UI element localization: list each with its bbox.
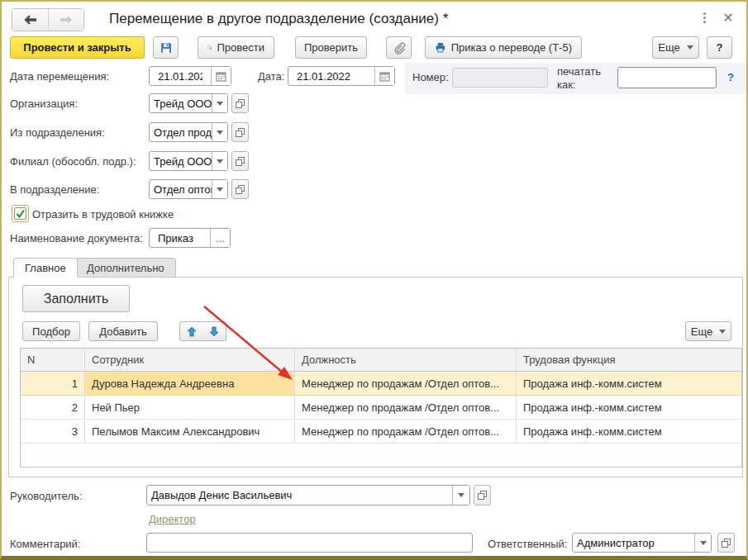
chevron-down-icon: [719, 330, 726, 334]
move-date-input[interactable]: [154, 67, 207, 85]
manager-value[interactable]: Давыдов Денис Васильевич: [147, 486, 452, 505]
cell-employee[interactable]: Ней Пьер: [85, 396, 295, 419]
doc-name-more-button[interactable]: ...: [210, 229, 230, 247]
organization-value[interactable]: Трейд ООО: [150, 94, 212, 112]
open-form-icon: [235, 98, 245, 109]
table-row[interactable]: 1 Дурова Надежда Андреевна Менеджер по п…: [21, 372, 741, 396]
responsible-open-button[interactable]: [717, 533, 735, 553]
help-label: ?: [717, 41, 723, 54]
from-department-label: Из подразделения:: [10, 126, 105, 139]
cell-function[interactable]: Продажа инф.-комм.систем: [517, 420, 741, 443]
responsible-dropdown-button[interactable]: [694, 534, 711, 552]
organization-label: Организация:: [10, 97, 78, 110]
col-header-employee: Сотрудник: [85, 349, 295, 371]
post-button[interactable]: Провести: [198, 36, 274, 59]
add-button[interactable]: Добавить: [88, 321, 158, 341]
pick-button[interactable]: Подбор: [22, 321, 80, 341]
more-menu-icon[interactable]: [698, 12, 710, 26]
forward-button[interactable]: [48, 9, 83, 31]
arrow-down-icon: [209, 326, 219, 337]
comment-label: Комментарий:: [10, 538, 81, 550]
print-as-input[interactable]: [622, 68, 712, 88]
from-department-dropdown-button[interactable]: [212, 123, 227, 141]
doc-name-label: Наименование документа:: [10, 232, 143, 244]
comment-field: [146, 533, 473, 553]
back-arrow-icon: [23, 14, 38, 26]
from-department-value[interactable]: Отдел прода: [150, 123, 212, 141]
branch-open-button[interactable]: [231, 151, 249, 171]
cell-function[interactable]: Продажа инф.-комм.систем: [517, 372, 741, 395]
post-document-icon: [207, 41, 212, 55]
nav-button-group: [12, 8, 84, 31]
cell-function[interactable]: Продажа инф.-комм.систем: [517, 396, 741, 419]
branch-label: Филиал (обособл. подр.):: [10, 155, 136, 168]
cell-employee[interactable]: Дурова Надежда Андреевна: [85, 372, 295, 395]
to-department-dropdown-button[interactable]: [212, 180, 227, 198]
print-as-help-link[interactable]: ?: [727, 71, 734, 83]
cell-n[interactable]: 1: [21, 372, 85, 395]
labor-book-checkbox[interactable]: [12, 205, 29, 222]
close-icon[interactable]: ✕: [720, 10, 736, 26]
tab-additional[interactable]: Дополнительно: [75, 258, 176, 278]
cell-n[interactable]: 3: [21, 420, 85, 443]
calendar-icon: [379, 71, 390, 82]
document-window: Перемещение в другое подразделение (созд…: [0, 0, 748, 560]
tab-additional-label: Дополнительно: [87, 262, 164, 274]
move-date-calendar-button[interactable]: [211, 67, 231, 85]
post-and-close-button[interactable]: Провести и закрыть: [10, 36, 145, 59]
move-up-button[interactable]: [179, 321, 203, 341]
paperclip-icon: [393, 41, 406, 55]
manager-field: Давыдов Денис Васильевич: [146, 485, 470, 505]
responsible-field: Администратор: [572, 533, 712, 553]
from-department-open-button[interactable]: [231, 122, 249, 142]
organization-field: Трейд ООО: [149, 93, 228, 113]
date-calendar-button[interactable]: [374, 67, 394, 85]
branch-dropdown-button[interactable]: [212, 152, 227, 170]
tab-main-label: Главное: [25, 262, 66, 274]
move-date-field: [149, 66, 231, 86]
responsible-value[interactable]: Администратор: [573, 534, 694, 552]
number-input: [452, 68, 548, 88]
page-title: Перемещение в другое подразделение (созд…: [109, 11, 448, 27]
comment-input[interactable]: [151, 534, 468, 552]
position-link[interactable]: Директор: [149, 513, 196, 525]
to-department-value[interactable]: Отдел оптов: [150, 180, 212, 198]
doc-name-input[interactable]: [154, 229, 206, 247]
cell-employee[interactable]: Пелымов Максим Александрович: [85, 420, 295, 443]
move-down-button[interactable]: [202, 321, 226, 341]
cell-position[interactable]: Менеджер по продажам /Отдел оптов...: [295, 420, 517, 443]
help-button[interactable]: ?: [707, 36, 732, 59]
table-row[interactable]: 2 Ней Пьер Менеджер по продажам /Отдел о…: [21, 396, 741, 420]
save-button[interactable]: [153, 36, 179, 59]
branch-value[interactable]: Трейд ООО: [150, 152, 212, 170]
organization-open-button[interactable]: [231, 93, 249, 113]
to-department-open-button[interactable]: [231, 179, 249, 199]
checkbox-box: [14, 207, 26, 220]
print-as-field: [617, 67, 717, 88]
table-more-button[interactable]: Еще: [685, 321, 731, 341]
attachments-button[interactable]: [386, 36, 412, 59]
date-input[interactable]: [293, 67, 370, 85]
add-label: Добавить: [99, 325, 146, 338]
manager-open-button[interactable]: [474, 485, 491, 505]
calendar-icon: [216, 71, 226, 82]
manager-dropdown-button[interactable]: [452, 486, 469, 505]
tab-main[interactable]: Главное: [13, 258, 78, 278]
date-field: [288, 66, 395, 86]
cell-position[interactable]: Менеджер по продажам /Отдел оптов...: [295, 396, 517, 419]
open-form-icon: [477, 490, 488, 501]
to-department-field: Отдел оптов: [149, 179, 228, 199]
transfer-order-button[interactable]: Приказ о переводе (Т-5): [425, 36, 582, 59]
toolbar-more-label: Еще: [658, 41, 679, 54]
table-row[interactable]: 3 Пелымов Максим Александрович Менеджер …: [21, 420, 741, 444]
open-form-icon: [235, 127, 245, 138]
organization-dropdown-button[interactable]: [212, 94, 227, 112]
cell-n[interactable]: 2: [21, 396, 85, 419]
back-button[interactable]: [12, 9, 48, 31]
check-button[interactable]: Проверить: [295, 36, 367, 59]
fill-button[interactable]: Заполнить: [22, 285, 130, 312]
from-department-field: Отдел прода: [149, 122, 228, 142]
number-label: Номер:: [412, 71, 449, 83]
cell-position[interactable]: Менеджер по продажам /Отдел оптов...: [295, 372, 517, 395]
toolbar-more-button[interactable]: Еще: [652, 36, 699, 59]
